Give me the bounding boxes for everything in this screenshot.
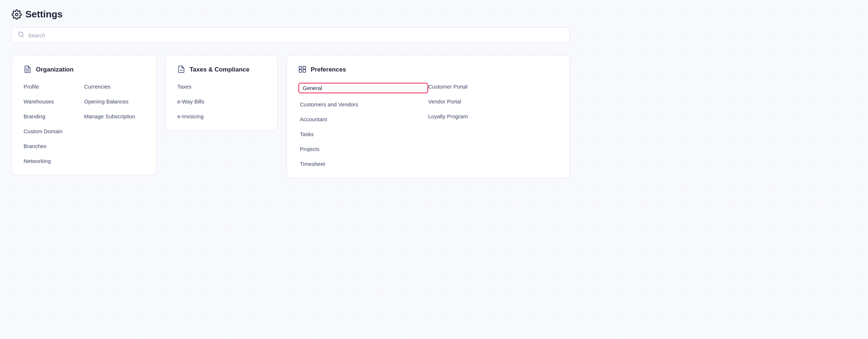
preferences-card: Preferences General Customers and Vendor… bbox=[286, 55, 570, 178]
org-item-custom-domain[interactable]: Custom Domain bbox=[24, 127, 84, 135]
org-card-header: Organization bbox=[24, 65, 145, 74]
svg-rect-9 bbox=[303, 70, 306, 72]
taxes-item-taxes[interactable]: Taxes bbox=[177, 83, 266, 90]
taxes-card-content: Taxes e-Way Bills e-Invoicing bbox=[177, 83, 266, 120]
svg-rect-8 bbox=[299, 70, 302, 72]
prefs-card-title: Preferences bbox=[311, 66, 346, 73]
prefs-col1: General Customers and Vendors Accountant… bbox=[298, 83, 428, 168]
search-input[interactable] bbox=[28, 32, 564, 38]
org-item-profile[interactable]: Profile bbox=[24, 83, 84, 90]
gear-icon bbox=[12, 9, 22, 20]
prefs-icon bbox=[298, 65, 307, 74]
cards-row: Organization Profile Warehouses Branding… bbox=[12, 55, 570, 178]
org-card-content: Profile Warehouses Branding Custom Domai… bbox=[24, 83, 145, 165]
org-item-branding[interactable]: Branding bbox=[24, 113, 84, 120]
page-header: Settings bbox=[12, 9, 570, 20]
prefs-item-customer-portal[interactable]: Customer Portal bbox=[428, 83, 558, 90]
prefs-item-accountant[interactable]: Accountant bbox=[298, 115, 428, 123]
organization-card: Organization Profile Warehouses Branding… bbox=[12, 55, 157, 175]
prefs-item-projects[interactable]: Projects bbox=[298, 145, 428, 153]
taxes-icon bbox=[177, 65, 186, 74]
page-wrapper: Settings bbox=[12, 9, 570, 178]
svg-point-0 bbox=[16, 13, 18, 16]
prefs-item-vendor-portal[interactable]: Vendor Portal bbox=[428, 98, 558, 105]
taxes-card-header: Taxes & Compliance bbox=[177, 65, 266, 74]
taxes-item-eway-bills[interactable]: e-Way Bills bbox=[177, 98, 266, 105]
org-item-currencies[interactable]: Currencies bbox=[84, 83, 145, 90]
org-item-warehouses[interactable]: Warehouses bbox=[24, 98, 84, 105]
taxes-item-einvoicing[interactable]: e-Invoicing bbox=[177, 113, 266, 120]
prefs-item-customers-vendors[interactable]: Customers and Vendors bbox=[298, 101, 428, 108]
prefs-item-tasks[interactable]: Tasks bbox=[298, 130, 428, 138]
page-title: Settings bbox=[25, 9, 63, 20]
prefs-col2: Customer Portal Vendor Portal Loyalty Pr… bbox=[428, 83, 558, 168]
taxes-card-title: Taxes & Compliance bbox=[190, 66, 249, 73]
org-icon bbox=[24, 65, 32, 74]
svg-line-2 bbox=[22, 36, 23, 37]
prefs-card-header: Preferences bbox=[298, 65, 558, 74]
org-item-branches[interactable]: Branches bbox=[24, 142, 84, 150]
prefs-item-general[interactable]: General bbox=[298, 83, 428, 93]
prefs-item-loyalty-program[interactable]: Loyalty Program bbox=[428, 113, 558, 120]
org-item-manage-subscription[interactable]: Manage Subscription bbox=[84, 113, 145, 120]
org-col1: Profile Warehouses Branding Custom Domai… bbox=[24, 83, 84, 165]
org-item-networking[interactable]: Networking bbox=[24, 157, 84, 165]
prefs-card-content: General Customers and Vendors Accountant… bbox=[298, 83, 558, 168]
org-card-title: Organization bbox=[36, 66, 74, 73]
org-item-opening-balances[interactable]: Opening Balances bbox=[84, 98, 145, 105]
search-bar bbox=[12, 27, 570, 43]
svg-rect-6 bbox=[299, 66, 302, 69]
taxes-card: Taxes & Compliance Taxes e-Way Bills e-I… bbox=[165, 55, 278, 131]
org-col2: Currencies Opening Balances Manage Subsc… bbox=[84, 83, 145, 165]
search-icon bbox=[18, 31, 24, 39]
taxes-col: Taxes e-Way Bills e-Invoicing bbox=[177, 83, 266, 120]
svg-rect-7 bbox=[303, 66, 306, 69]
prefs-item-timesheet[interactable]: Timesheet bbox=[298, 160, 428, 168]
